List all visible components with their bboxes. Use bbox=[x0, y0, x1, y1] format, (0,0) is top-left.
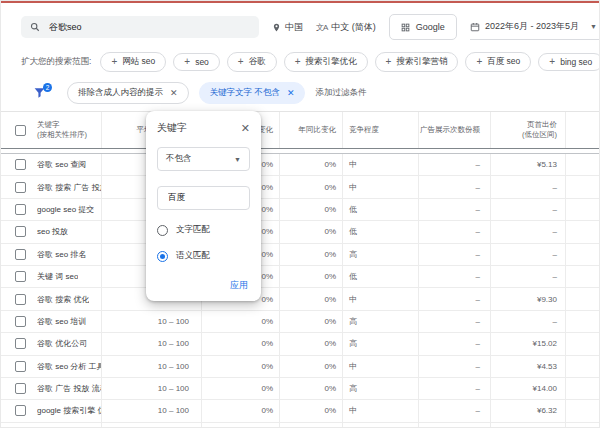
keyword-suggestion-chip[interactable]: + 百度 seo bbox=[465, 52, 531, 72]
top-of-page-bid-cell: ¥15.02 bbox=[490, 333, 565, 354]
keyword-cell: 关键 词 seo bbox=[37, 271, 78, 282]
header-ad-impression-share[interactable]: 广告展示次数份额 bbox=[418, 112, 490, 148]
overflow-cell bbox=[565, 423, 600, 428]
row-checkbox[interactable] bbox=[15, 182, 26, 193]
radio-on-icon[interactable] bbox=[157, 251, 168, 262]
top-of-page-bid-cell: – bbox=[490, 244, 565, 265]
three-month-change-cell: 0% bbox=[201, 378, 279, 399]
table-row[interactable]: 谷歌 广告 投放 流程 10 – 100 0% 0% 高 – ¥14.00 bbox=[1, 378, 600, 400]
row-checkbox[interactable] bbox=[15, 361, 26, 372]
filter-value-input[interactable] bbox=[166, 192, 241, 204]
row-checkbox[interactable] bbox=[15, 226, 26, 237]
filter-chip-adult[interactable]: 排除含成人内容的提示 ✕ bbox=[67, 82, 189, 104]
row-checkbox[interactable] bbox=[15, 338, 26, 349]
language-selector[interactable]: 文A 中文 (简体) bbox=[316, 21, 376, 34]
table-row[interactable]: 谷歌 seo 排名 0% 0% 高 – – bbox=[1, 244, 600, 266]
table-row[interactable]: 谷歌 seo 培训 10 – 100 0% 0% 高 – – bbox=[1, 311, 600, 333]
row-checkbox[interactable] bbox=[15, 204, 26, 215]
option-text-match[interactable]: 文字匹配 bbox=[157, 224, 250, 236]
option-label: 语义匹配 bbox=[176, 250, 210, 262]
option-semantic-match[interactable]: 语义匹配 bbox=[157, 250, 250, 262]
header-top-of-page-bid-low[interactable]: 页首出价 (低位区间) bbox=[490, 112, 565, 148]
header-competition[interactable]: 竞争程度 bbox=[342, 112, 418, 148]
network-selector[interactable]: Google bbox=[389, 14, 457, 40]
network-grid-icon bbox=[401, 23, 410, 32]
date-range-selector[interactable]: 2022年6月 - 2023年5月 ▼ bbox=[470, 14, 599, 40]
keyword-suggestion-chip[interactable]: + 搜索引擎优化 bbox=[284, 52, 368, 72]
row-checkbox[interactable] bbox=[15, 294, 26, 305]
search-input[interactable] bbox=[47, 21, 250, 33]
table-row[interactable]: 谷歌 seo 分析 工具 10 – 100 0% 0% 中 – ¥4.53 bbox=[1, 356, 600, 378]
plus-icon: + bbox=[295, 59, 301, 65]
translate-icon: 文A bbox=[316, 22, 327, 33]
location-pin-icon bbox=[272, 22, 281, 33]
top-of-page-bid-cell: – bbox=[490, 176, 565, 197]
yoy-change-cell: 0% bbox=[279, 244, 342, 265]
suggestion-chip-label: 谷歌 bbox=[249, 56, 266, 68]
table-row[interactable]: 谷歌 seo 查阅 0% 0% 中 – ¥5.13 bbox=[1, 154, 600, 176]
add-filter-button[interactable]: 添加过滤条件 bbox=[315, 87, 366, 99]
table-row[interactable]: 谷歌 优化公司 10 – 100 0% 0% 高 – ¥15.02 bbox=[1, 333, 600, 355]
keyword-search-box[interactable] bbox=[21, 16, 259, 38]
yoy-change-cell: 0% bbox=[279, 288, 342, 309]
table-header-row: 关键字 (按相关性排序) 平均每月搜索量 三个月变化 年同比变化 竞争程度 广告… bbox=[1, 112, 600, 149]
plus-icon: + bbox=[184, 59, 190, 65]
topbar: 中国 文A 中文 (简体) Google 2022年6月 - 2023 bbox=[1, 3, 599, 47]
ad-impression-share-cell: – bbox=[418, 199, 490, 220]
close-icon[interactable]: ✕ bbox=[287, 88, 295, 98]
competition-cell: 中 bbox=[342, 154, 418, 175]
competition-cell: 高 bbox=[342, 333, 418, 354]
ad-impression-share-cell: – bbox=[418, 400, 490, 421]
avg-monthly-searches-cell: 10 – 100 bbox=[101, 423, 201, 428]
competition-cell: 中 bbox=[342, 356, 418, 377]
location-selector[interactable]: 中国 bbox=[272, 21, 303, 34]
keyword-suggestion-chip[interactable]: + bing seo bbox=[538, 53, 600, 71]
close-icon[interactable]: ✕ bbox=[170, 88, 178, 98]
row-checkbox[interactable] bbox=[15, 405, 26, 416]
keyword-filter-dialog: 关键字 ✕ 不包含 ▼ 文字匹配 语义匹配 应用 bbox=[146, 111, 261, 301]
filter-chip-keyword-text[interactable]: 关键字文字 不包含 ✕ bbox=[199, 82, 306, 104]
top-of-page-bid-cell: ¥14.00 bbox=[490, 378, 565, 399]
table-row[interactable]: 谷歌 搜索 引擎 优化.. 10 – 100 0% 0% 中 – – bbox=[1, 423, 600, 428]
ad-impression-share-cell: – bbox=[418, 176, 490, 197]
select-all-checkbox[interactable] bbox=[15, 125, 26, 136]
plus-icon: + bbox=[549, 59, 555, 65]
table-row[interactable]: 谷歌 搜索 优化 0% 0% 中 – ¥9.30 bbox=[1, 288, 600, 310]
keyword-suggestion-chip[interactable]: + 搜索引擎营销 bbox=[375, 52, 459, 72]
chevron-down-icon: ▼ bbox=[590, 23, 597, 30]
table-row[interactable]: 谷歌 搜索 广告 投放.. 0% 0% 中 – – bbox=[1, 176, 600, 198]
yoy-change-cell: 0% bbox=[279, 423, 342, 428]
header-yoy-change[interactable]: 年同比变化 bbox=[279, 112, 342, 148]
dialog-close-icon[interactable]: ✕ bbox=[241, 122, 250, 135]
plus-icon: + bbox=[476, 59, 482, 65]
apply-button[interactable]: 应用 bbox=[230, 279, 248, 292]
location-label: 中国 bbox=[285, 21, 303, 34]
yoy-change-cell: 0% bbox=[279, 221, 342, 242]
table-row[interactable]: seo 投放 0% 0% 低 – – bbox=[1, 221, 600, 243]
competition-cell: 高 bbox=[342, 311, 418, 332]
overflow-cell bbox=[565, 288, 600, 309]
overflow-cell bbox=[565, 378, 600, 399]
row-checkbox[interactable] bbox=[15, 316, 26, 327]
filter-button[interactable]: 2 bbox=[33, 86, 49, 101]
keyword-cell: seo 投放 bbox=[37, 226, 68, 237]
row-checkbox[interactable] bbox=[15, 249, 26, 260]
filter-value-field bbox=[157, 186, 250, 210]
option-label: 文字匹配 bbox=[176, 224, 210, 236]
competition-cell: 中 bbox=[342, 288, 418, 309]
keyword-suggestion-chip[interactable]: + 网站 seo bbox=[100, 52, 166, 72]
table-row[interactable]: 关键 词 seo 0% 0% 低 – – bbox=[1, 266, 600, 288]
avg-monthly-searches-cell: 10 – 100 bbox=[101, 378, 201, 399]
radio-off-icon[interactable] bbox=[157, 225, 168, 236]
keyword-suggestion-chip[interactable]: + seo bbox=[173, 53, 220, 71]
row-checkbox[interactable] bbox=[15, 159, 26, 170]
condition-dropdown[interactable]: 不包含 ▼ bbox=[157, 147, 250, 171]
row-checkbox[interactable] bbox=[15, 383, 26, 394]
dialog-title: 关键字 bbox=[157, 121, 187, 135]
keyword-suggestion-chip[interactable]: + 谷歌 bbox=[227, 52, 277, 72]
row-checkbox[interactable] bbox=[15, 271, 26, 282]
keyword-cell: 谷歌 广告 投放 流程 bbox=[37, 383, 101, 394]
table-row[interactable]: google seo 提交 0% 0% 低 – – bbox=[1, 199, 600, 221]
competition-cell: 中 bbox=[342, 176, 418, 197]
table-row[interactable]: google 搜索引擎 优.. 10 – 100 0% 0% 中 – ¥6.32 bbox=[1, 400, 600, 422]
